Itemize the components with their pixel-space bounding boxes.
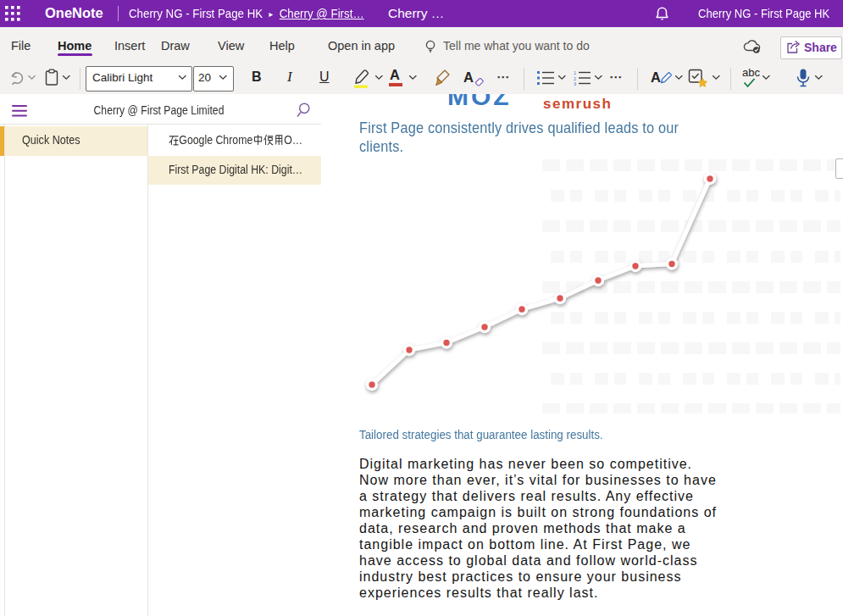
svg-text:1: 1 (574, 70, 576, 75)
svg-text:2: 2 (574, 76, 576, 81)
svg-text:3: 3 (574, 81, 576, 86)
